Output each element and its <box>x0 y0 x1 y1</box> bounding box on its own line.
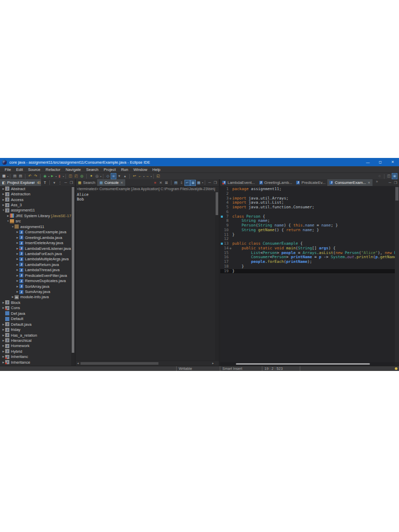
scroll-left-icon[interactable]: ◄ <box>76 362 80 365</box>
save-all-icon[interactable]: ▤ <box>18 174 23 179</box>
tab-overflow-icon[interactable]: » <box>375 179 379 184</box>
tree-item-friday[interactable]: ▶Jfriday <box>0 327 71 332</box>
tree-item-lambdaforeach-java[interactable]: ▶JLambdaForEach.java <box>0 251 71 256</box>
minimize-view-icon[interactable]: ─ <box>207 180 212 185</box>
scrollbar-thumb[interactable] <box>81 362 158 365</box>
minimize-view-icon[interactable]: ─ <box>63 180 68 185</box>
tree-item-assignment11[interactable]: ▼Jassignment11 <box>0 208 71 213</box>
status-lightbulb-icon[interactable] <box>395 367 397 370</box>
collapsed-arrow-icon[interactable]: ▶ <box>16 247 19 250</box>
collapsed-arrow-icon[interactable]: ▶ <box>2 361 5 364</box>
collapsed-arrow-icon[interactable]: ▶ <box>16 242 19 244</box>
new-wizard-icon[interactable]: ▦ <box>2 174 6 179</box>
new-class-icon[interactable]: ◍ <box>79 174 84 179</box>
task-icon[interactable]: ▣ <box>111 174 116 179</box>
tree-item-lambdamultipleargs-java[interactable]: ▶JLambdaMultipleArgs.java <box>0 257 71 262</box>
collapsed-arrow-icon[interactable]: ▶ <box>16 274 19 277</box>
quick-access-search-icon[interactable]: ◌ <box>377 174 382 179</box>
save-icon[interactable]: ▤ <box>12 174 17 179</box>
word-wrap-icon[interactable]: ↵ <box>185 180 190 185</box>
collapsed-arrow-icon[interactable]: ▶ <box>2 344 5 347</box>
tree-item-lambdaeventlistener-java[interactable]: ▶JLambdaEventListener.java <box>0 246 71 251</box>
tree-item-hierarchical[interactable]: ▶JHierarchical <box>0 338 71 343</box>
code-line-18[interactable]: 18 } <box>220 264 395 269</box>
editor-tab-greetinglamb[interactable]: JGreetingLamb... <box>257 179 295 186</box>
back-icon[interactable]: ← <box>138 174 142 179</box>
editor-tab-lambdaevent[interactable]: JLambdaEvent... <box>220 179 257 186</box>
java-perspective-icon[interactable]: ▣ <box>392 174 397 179</box>
tree-item-insertdeletearray-java[interactable]: ▶JInsertDeleteArray.java <box>0 240 71 245</box>
menu-item-search[interactable]: Search <box>84 167 101 172</box>
collapsed-arrow-icon[interactable]: ▶ <box>2 198 5 201</box>
editor-tab-predicateev[interactable]: JPredicateEv... <box>294 179 327 186</box>
remove-all-launches-icon[interactable]: ⊠ <box>164 180 169 185</box>
dropdown-caret-icon[interactable]: ▾ <box>100 175 101 178</box>
collapsed-arrow-icon[interactable]: ▶ <box>2 334 5 337</box>
run-icon[interactable]: ► <box>50 174 55 179</box>
search-flashlight-icon[interactable]: ✦ <box>89 174 94 179</box>
code-line-11[interactable]: 11} <box>220 233 395 237</box>
tree-item-module-info-java[interactable]: ▶mmodule-info.java <box>0 295 71 300</box>
maximize-view-icon[interactable]: ❐ <box>213 180 218 185</box>
expanded-arrow-icon[interactable]: ▼ <box>2 209 5 211</box>
tree-item-abstraction[interactable]: ▶JAbstraction <box>0 191 71 196</box>
tree-item-sumarray-java[interactable]: ▶JSumArray.java <box>0 289 71 294</box>
menu-item-window[interactable]: Window <box>131 167 150 172</box>
tree-item-removeduplicates-java[interactable]: ▶JRemoveDuplicates.java <box>0 278 71 283</box>
scrollbar-thumb[interactable] <box>216 192 218 215</box>
code-line-1[interactable]: 1package assignment11; <box>220 187 395 192</box>
dropdown-caret-icon[interactable]: ▾ <box>202 181 203 184</box>
collapsed-arrow-icon[interactable]: ▶ <box>2 307 5 309</box>
dropdown-caret-icon[interactable]: ▾ <box>63 175 64 178</box>
tree-item-homework[interactable]: ▶JHomework <box>0 343 71 349</box>
forward-icon[interactable]: → <box>145 174 150 179</box>
collapsed-arrow-icon[interactable]: ▶ <box>16 258 19 260</box>
collapsed-arrow-icon[interactable]: ▶ <box>16 285 19 288</box>
open-console-icon[interactable]: ▦ <box>196 180 201 185</box>
terminate-icon[interactable]: ■ <box>153 180 157 185</box>
clear-console-icon[interactable]: ▤ <box>174 180 178 185</box>
filter-icon[interactable]: T <box>43 180 47 185</box>
project-tree[interactable]: ▶JAbstract▶JAbstraction▶JAccess▶JAss_3▼J… <box>0 186 71 366</box>
open-perspective-icon[interactable]: ◫ <box>387 174 391 179</box>
menu-item-edit[interactable]: Edit <box>14 167 25 172</box>
collapsed-arrow-icon[interactable]: ▶ <box>16 263 19 266</box>
close-icon[interactable]: ✕ <box>121 181 123 185</box>
collapsed-arrow-icon[interactable]: ▶ <box>2 339 5 342</box>
tree-item-default[interactable]: Default <box>0 316 71 322</box>
tree-item-jre-system-library[interactable]: ▶JRE System Library[JavaSE-17] <box>0 213 71 218</box>
tree-item-lambdathread-java[interactable]: ▶JLambdaThread.java <box>0 268 71 273</box>
collapsed-arrow-icon[interactable]: ▶ <box>2 193 5 195</box>
tree-item-inheritanc[interactable]: ▶JInheritanc <box>0 354 71 360</box>
tab-search[interactable]: ▦Search <box>76 179 97 186</box>
last-edit-location-icon[interactable]: ↩ <box>132 174 137 179</box>
menu-item-refactor[interactable]: Refactor <box>43 167 63 172</box>
collapsed-arrow-icon[interactable]: ▶ <box>2 323 5 326</box>
collapsed-arrow-icon[interactable]: ▶ <box>16 231 19 233</box>
collapsed-arrow-icon[interactable]: ▶ <box>2 204 5 206</box>
dropdown-caret-icon[interactable]: ▾ <box>7 175 8 178</box>
collapsed-arrow-icon[interactable]: ▶ <box>11 296 15 298</box>
scrollbar-thumb[interactable] <box>395 187 398 201</box>
menu-item-run[interactable]: Run <box>118 167 131 172</box>
expanded-arrow-icon[interactable]: ▼ <box>6 220 10 222</box>
tree-item-lambdareturn-java[interactable]: ▶JLambdaReturn.java <box>0 262 71 267</box>
undo-icon[interactable]: ↶ <box>28 174 32 179</box>
title-bar[interactable]: core java - assignment11/src/assignment1… <box>0 158 399 166</box>
project-tree-scrollbar[interactable] <box>71 186 75 366</box>
close-button[interactable]: ✕ <box>387 158 399 166</box>
tab-console[interactable]: ▦Console✕ <box>97 179 125 186</box>
minimize-view-icon[interactable]: ─ <box>388 180 392 185</box>
menu-item-navigate[interactable]: Navigate <box>63 167 84 172</box>
scroll-lock-icon[interactable]: ⇩ <box>179 180 184 185</box>
code-line-19[interactable]: 19} <box>220 269 395 274</box>
expanded-arrow-icon[interactable]: ▼ <box>11 225 15 228</box>
dropdown-caret-icon[interactable]: ▾ <box>56 175 57 178</box>
tree-item-greetinglambda-java[interactable]: ▶JGreetingLambda.java <box>0 235 71 240</box>
code-area[interactable]: 1package assignment11;23⊕import java.uti… <box>220 186 395 362</box>
scrollbar-thumb[interactable] <box>236 363 370 365</box>
tree-item-predicateevenfilter-java[interactable]: ▶JPredicateEvenFilter.java <box>0 273 71 278</box>
view-menu-icon[interactable]: ⋮ <box>58 180 62 185</box>
annotation-prev-icon[interactable]: ▴ <box>123 174 127 179</box>
menu-item-help[interactable]: Help <box>150 167 163 172</box>
